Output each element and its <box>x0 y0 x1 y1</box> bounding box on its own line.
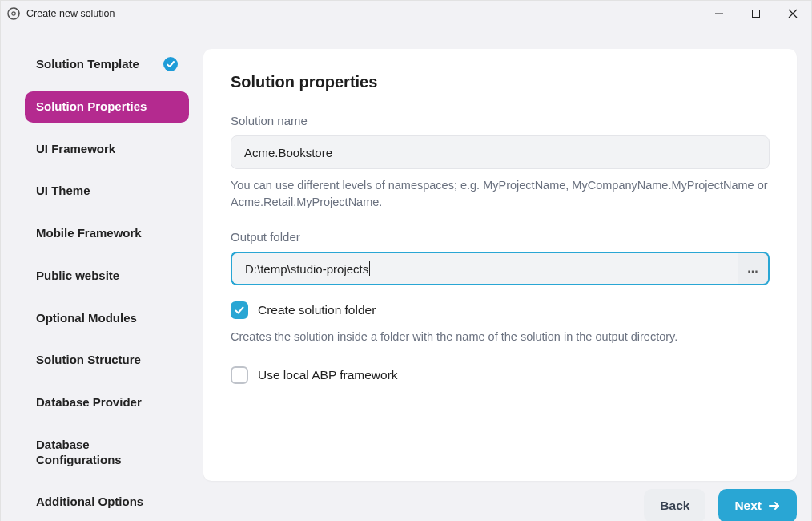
sidebar-item-solution-properties[interactable]: Solution Properties <box>25 91 189 123</box>
next-button[interactable]: Next <box>718 489 797 521</box>
sidebar-item-label: Mobile Framework <box>36 226 142 241</box>
check-icon <box>163 57 178 71</box>
window-title: Create new solution <box>26 8 115 19</box>
browse-label: ... <box>747 261 758 276</box>
sidebar-item-optional-modules[interactable]: Optional Modules <box>25 303 189 334</box>
svg-point-1 <box>12 11 15 14</box>
sidebar-item-label: Optional Modules <box>36 311 137 326</box>
window-minimize-button[interactable] <box>701 1 738 26</box>
create-solution-folder-label: Create solution folder <box>258 303 376 317</box>
create-solution-folder-checkbox[interactable] <box>231 301 248 319</box>
wizard-sidebar: Solution TemplateSolution PropertiesUI F… <box>1 26 203 521</box>
text-cursor <box>369 261 370 276</box>
window-maximize-button[interactable] <box>738 1 774 26</box>
main-panel: Solution properties Solution name You ca… <box>203 49 797 481</box>
sidebar-item-label: Public website <box>36 269 119 284</box>
output-folder-label: Output folder <box>231 230 770 244</box>
svg-point-6 <box>163 57 178 71</box>
create-solution-folder-help: Creates the solution inside a folder wit… <box>231 329 770 345</box>
back-button[interactable]: Back <box>644 489 705 521</box>
sidebar-item-ui-framework[interactable]: UI Framework <box>25 134 189 165</box>
sidebar-item-public-website[interactable]: Public website <box>25 260 189 292</box>
svg-rect-3 <box>753 10 760 17</box>
next-button-label: Next <box>734 499 762 513</box>
titlebar: Create new solution <box>1 1 811 26</box>
sidebar-item-label: Solution Structure <box>36 353 141 368</box>
sidebar-item-solution-template[interactable]: Solution Template <box>25 49 189 80</box>
solution-name-label: Solution name <box>231 114 770 127</box>
sidebar-item-database-provider[interactable]: Database Provider <box>25 387 189 418</box>
output-folder-value: D:\temp\studio-projects <box>245 262 368 276</box>
sidebar-item-mobile-framework[interactable]: Mobile Framework <box>25 218 189 249</box>
use-local-abp-checkbox[interactable] <box>231 366 248 384</box>
arrow-right-icon <box>768 499 781 512</box>
wizard-footer: Back Next <box>1 486 811 521</box>
output-folder-input[interactable]: D:\temp\studio-projects <box>231 252 738 285</box>
page-title: Solution properties <box>231 73 770 91</box>
sidebar-item-label: Database Provider <box>36 395 142 410</box>
sidebar-item-label: Solution Properties <box>36 99 147 115</box>
sidebar-item-database-configurations[interactable]: Database Configurations <box>25 430 189 476</box>
solution-name-input[interactable] <box>231 135 770 169</box>
sidebar-item-ui-theme[interactable]: UI Theme <box>25 176 189 207</box>
back-button-label: Back <box>660 499 689 513</box>
sidebar-item-label: UI Theme <box>36 184 90 199</box>
sidebar-item-label: Solution Template <box>36 57 139 72</box>
use-local-abp-label: Use local ABP framework <box>258 368 398 382</box>
sidebar-item-label: Database Configurations <box>36 438 178 468</box>
browse-folder-button[interactable]: ... <box>738 252 770 285</box>
solution-name-help: You can use different levels of namespac… <box>231 177 770 211</box>
sidebar-item-solution-structure[interactable]: Solution Structure <box>25 345 189 376</box>
app-icon <box>7 7 20 20</box>
sidebar-item-label: UI Framework <box>36 142 115 157</box>
window-close-button[interactable] <box>774 1 811 26</box>
